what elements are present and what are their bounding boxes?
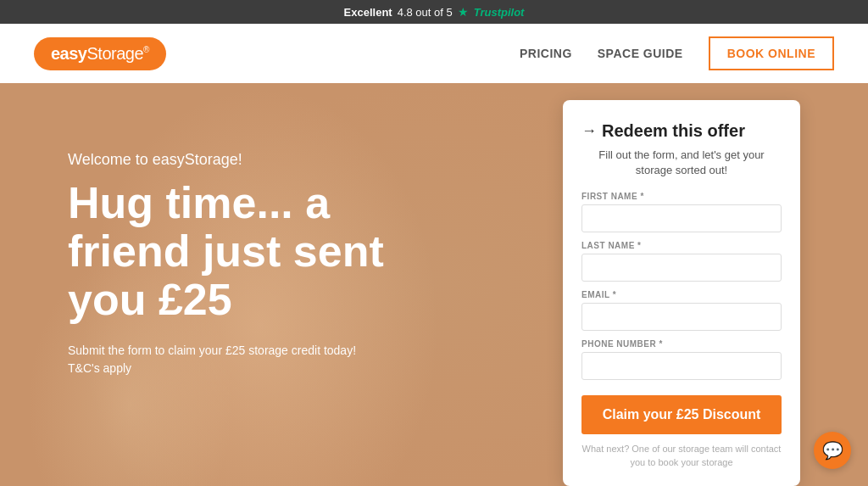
hero-headline: Hug time... a friend just sent you £25	[68, 179, 441, 325]
email-input[interactable]	[581, 303, 782, 331]
phone-label: PHONE NUMBER *	[581, 339, 782, 349]
book-online-button[interactable]: BOOK ONLINE	[709, 36, 834, 70]
hero-welcome: Welcome to easyStorage!	[68, 151, 441, 169]
logo[interactable]: easyStorage®	[34, 37, 166, 70]
first-name-group: FIRST NAME *	[581, 192, 782, 232]
chat-button[interactable]: 💬	[814, 432, 851, 469]
nav-links: PRICING SPACE GUIDE BOOK ONLINE	[520, 36, 834, 70]
last-name-group: LAST NAME *	[581, 241, 782, 282]
trustpilot-bar: Excellent 4.8 out of 5 ★ Trustpilot	[0, 0, 868, 24]
first-name-input[interactable]	[581, 204, 782, 232]
email-group: EMAIL *	[581, 290, 782, 331]
logo-text: easyStorage®	[51, 44, 149, 64]
main-nav: easyStorage® PRICING SPACE GUIDE BOOK ON…	[0, 24, 868, 83]
email-label: EMAIL *	[581, 290, 782, 299]
form-title-text: Redeem this offer	[602, 121, 745, 141]
trustpilot-rating: 4.8 out of 5	[398, 6, 453, 19]
last-name-label: LAST NAME *	[581, 241, 782, 250]
redeem-form-card: → Redeem this offer Fill out the form, a…	[563, 100, 800, 486]
phone-group: PHONE NUMBER *	[581, 339, 782, 380]
phone-input[interactable]	[581, 352, 782, 380]
last-name-input[interactable]	[581, 254, 782, 282]
form-subtitle: Fill out the form, and let's get your st…	[581, 148, 782, 178]
trustpilot-excellent: Excellent	[344, 6, 392, 19]
hero-section: Welcome to easyStorage! Hug time... a fr…	[0, 83, 868, 486]
form-title: → Redeem this offer	[581, 121, 782, 141]
claim-button[interactable]: Claim your £25 Discount	[581, 395, 782, 434]
hero-tc: T&C's apply	[68, 360, 441, 377]
logo-reg: ®	[143, 45, 149, 54]
nav-space-guide[interactable]: SPACE GUIDE	[598, 47, 683, 60]
hero-subtext: Submit the form to claim your £25 storag…	[68, 342, 441, 360]
trustpilot-star-icon: ★	[458, 5, 469, 19]
nav-pricing[interactable]: PRICING	[520, 47, 572, 60]
hero-content: Welcome to easyStorage! Hug time... a fr…	[68, 151, 441, 377]
form-footer-text: What next? One of our storage team will …	[581, 443, 782, 469]
first-name-label: FIRST NAME *	[581, 192, 782, 201]
chat-icon: 💬	[822, 440, 843, 461]
arrow-icon: →	[581, 122, 597, 140]
trustpilot-brand: Trustpilot	[474, 6, 525, 19]
